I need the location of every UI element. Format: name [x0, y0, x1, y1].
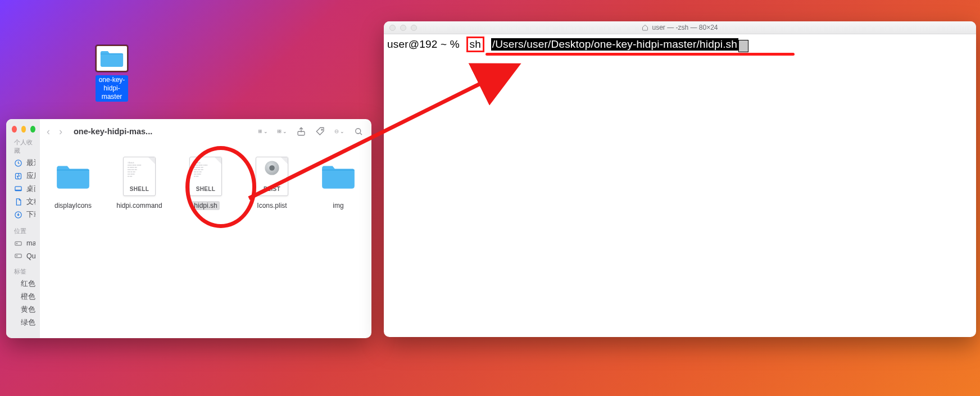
sidebar-item-quick[interactable]: Quick...⏏ — [11, 250, 35, 262]
desktop-folder-label: one-key-hidpi-master — [96, 75, 128, 102]
folder-icon — [316, 156, 360, 197]
window-controls[interactable] — [12, 126, 35, 133]
group-button[interactable]: ⌄ — [277, 126, 287, 136]
shell-file-icon: #!/bin/shxxxxx xxxxx xxxxxxx xxxxx xxxxx… — [117, 156, 161, 197]
view-icons-button[interactable]: ⌄ — [258, 126, 268, 136]
sidebar-item-label: 橙色 — [21, 292, 35, 302]
sidebar-item-downloads[interactable]: 下载 — [11, 208, 35, 221]
sidebar-tag-yellow[interactable]: 黄色 — [11, 303, 35, 316]
folder-icon — [96, 45, 128, 72]
sidebar-item-label: 桌面 — [26, 184, 35, 194]
svg-point-17 — [321, 129, 323, 130]
terminal-sh-highlight: sh — [466, 37, 484, 52]
svg-rect-15 — [280, 132, 281, 133]
sidebar-tag-red[interactable]: 红色 — [11, 277, 35, 290]
finder-toolbar: ‹ › one-key-hidpi-mas... ⌄ ⌄ ⌄ — [40, 119, 371, 144]
finder-window: 个人收藏 最近项目 应用程序 桌面 文稿 下载 位置 mac 数据 Quick.… — [6, 119, 371, 338]
file-item-img[interactable]: img — [313, 156, 364, 210]
sidebar-item-label: 应用程序 — [26, 171, 35, 181]
terminal-titlebar[interactable]: user — -zsh — 80×24 — [384, 21, 976, 34]
svg-rect-13 — [278, 132, 279, 133]
sidebar-item-desktop[interactable]: 桌面 — [11, 183, 35, 195]
file-label: img — [330, 201, 346, 210]
svg-rect-9 — [261, 130, 262, 131]
maximize-icon[interactable] — [411, 25, 417, 31]
sidebar-item-label: Quick... — [26, 252, 35, 260]
file-item-hidpi-sh[interactable]: #!/bin/shxxxxx xxxxx xxxxxxx xxxxx xxxxx… — [180, 156, 231, 210]
terminal-body[interactable]: user@192 ~ % sh /Users/user/Desktop/one-… — [384, 34, 976, 58]
file-label: hidpi.command — [114, 201, 164, 210]
svg-rect-11 — [261, 132, 262, 133]
svg-rect-4 — [15, 242, 21, 245]
svg-point-22 — [356, 129, 361, 134]
svg-rect-12 — [278, 130, 279, 131]
svg-point-20 — [337, 131, 337, 132]
file-item-icons-plist[interactable]: PLIST Icons.plist — [247, 156, 297, 210]
svg-point-18 — [335, 130, 338, 133]
sidebar-item-macdata[interactable]: mac 数据 — [11, 237, 35, 250]
sidebar-tag-orange[interactable]: 橙色 — [11, 290, 35, 303]
minimize-icon[interactable] — [400, 25, 406, 31]
plist-file-icon: PLIST — [250, 156, 294, 197]
svg-point-5 — [16, 243, 17, 244]
forward-button[interactable]: › — [59, 126, 62, 138]
maximize-icon[interactable] — [30, 126, 35, 133]
finder-title: one-key-hidpi-mas... — [74, 127, 152, 136]
terminal-title: user — -zsh — 80×24 — [652, 24, 718, 31]
svg-rect-14 — [280, 130, 281, 131]
annotation-underline — [486, 53, 795, 56]
back-button[interactable]: ‹ — [47, 126, 50, 138]
sidebar-header-locations: 位置 — [14, 227, 35, 235]
sidebar-item-label: 黄色 — [21, 305, 35, 315]
cursor-icon — [738, 40, 748, 52]
file-item-hidpi-command[interactable]: #!/bin/shxxxxx xxxxx xxxxxxx xxxxx xxxxx… — [114, 156, 165, 210]
finder-sidebar: 个人收藏 最近项目 应用程序 桌面 文稿 下载 位置 mac 数据 Quick.… — [6, 119, 40, 338]
file-label: Icons.plist — [255, 201, 289, 210]
sidebar-header-tags: 标签 — [14, 267, 35, 276]
close-icon[interactable] — [389, 25, 396, 31]
sidebar-item-documents[interactable]: 文稿 — [11, 195, 35, 208]
sidebar-item-label: 文稿 — [26, 197, 35, 207]
share-button[interactable] — [296, 126, 306, 136]
more-button[interactable]: ⌄ — [334, 126, 344, 136]
sidebar-header-favorites: 个人收藏 — [14, 138, 35, 155]
svg-point-19 — [335, 131, 336, 132]
sidebar-item-apps[interactable]: 应用程序 — [11, 170, 35, 183]
sidebar-item-label: mac 数据 — [26, 239, 35, 248]
tag-button[interactable] — [315, 126, 325, 136]
close-icon[interactable] — [12, 126, 17, 133]
search-button[interactable] — [353, 126, 364, 136]
finder-icon-grid[interactable]: displayIcons #!/bin/shxxxxx xxxxx xxxxxx… — [40, 144, 371, 222]
home-icon — [642, 24, 648, 31]
window-controls[interactable] — [389, 25, 417, 31]
sidebar-item-label: 红色 — [21, 279, 35, 289]
file-label: displayIcons — [52, 201, 94, 210]
terminal-path: /Users/user/Desktop/one-key-hidpi-master… — [491, 38, 738, 51]
terminal-window: user — -zsh — 80×24 user@192 ~ % sh /Use… — [384, 21, 976, 337]
folder-icon — [51, 156, 95, 197]
sidebar-item-label: 绿色 — [21, 318, 35, 327]
svg-rect-6 — [15, 254, 21, 257]
sidebar-item-label: 最近项目 — [26, 158, 35, 168]
file-item-displayicons[interactable]: displayIcons — [48, 156, 98, 210]
file-label: hidpi.sh — [192, 201, 219, 210]
sidebar-item-label: 下载 — [26, 210, 35, 220]
desktop-folder[interactable]: one-key-hidpi-master — [96, 45, 128, 102]
svg-point-7 — [16, 256, 17, 256]
terminal-prompt: user@192 ~ % — [387, 38, 460, 50]
sidebar-tag-green[interactable]: 绿色 — [11, 316, 35, 329]
shell-file-icon: #!/bin/shxxxxx xxxxx xxxxxxx xxxxx xxxxx… — [184, 156, 228, 197]
svg-rect-8 — [258, 130, 260, 131]
minimize-icon[interactable] — [21, 126, 26, 133]
svg-point-21 — [337, 131, 338, 132]
svg-rect-10 — [258, 132, 260, 133]
sidebar-item-recents[interactable]: 最近项目 — [11, 157, 35, 170]
